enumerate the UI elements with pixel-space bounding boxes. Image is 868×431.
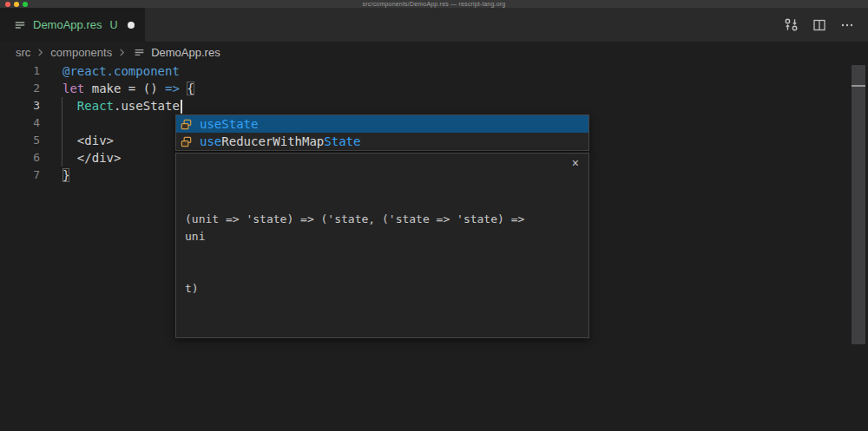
- vscode-window: src/components/DemoApp.res — rescript-la…: [0, 0, 868, 431]
- field-icon: [180, 118, 194, 131]
- suggest-widget: useStateuseReducerWithMapState: [175, 114, 589, 151]
- split-editor-icon[interactable]: [812, 18, 826, 32]
- file-list-icon: [134, 47, 145, 58]
- line-number: 1: [0, 62, 40, 80]
- doc-signature-line: (unit => 'state) => ('state, ('state => …: [185, 211, 550, 245]
- code-line[interactable]: 2let make = () => {: [0, 80, 868, 97]
- editor-actions-toolbar: [784, 8, 868, 42]
- tab-label: DemoApp.res: [33, 18, 102, 31]
- field-icon: [180, 135, 194, 148]
- line-number: 3: [0, 97, 40, 114]
- modified-indicator[interactable]: [128, 22, 135, 29]
- suggest-label: useState: [200, 117, 258, 131]
- code-text: <div>: [62, 132, 114, 149]
- chevron-right-icon: [118, 49, 126, 56]
- tab-demoapp[interactable]: DemoApp.res U: [0, 8, 145, 42]
- file-list-icon: [14, 19, 26, 31]
- more-actions-icon[interactable]: [840, 18, 854, 32]
- close-icon[interactable]: ×: [572, 157, 579, 169]
- breadcrumb-file[interactable]: DemoApp.res: [151, 46, 220, 59]
- overview-ruler-cursor-mark: [852, 85, 865, 87]
- text-cursor: [181, 100, 182, 114]
- line-number: 6: [0, 149, 40, 167]
- code-text: @react.component: [62, 62, 180, 80]
- suggest-doc-panel: × (unit => 'state) => ('state, ('state =…: [175, 153, 589, 338]
- code-text: </div>: [62, 149, 121, 167]
- code-text: }: [62, 167, 69, 184]
- doc-signature-line: t): [185, 280, 550, 297]
- suggest-item[interactable]: useState: [176, 115, 589, 133]
- breadcrumb: src components DemoApp.res: [0, 42, 868, 62]
- chevron-right-icon: [36, 49, 44, 56]
- code-text: React.useState: [62, 97, 182, 114]
- code-editor[interactable]: 1@react.component2let make = () => {3 Re…: [0, 62, 868, 431]
- line-number: 7: [0, 167, 40, 184]
- suggest-item[interactable]: useReducerWithMapState: [176, 133, 589, 150]
- bracket-pair-guide: [62, 97, 62, 167]
- titlebar: src/components/DemoApp.res — rescript-la…: [0, 0, 868, 8]
- code-line[interactable]: 3 React.useState: [0, 97, 868, 114]
- breadcrumb-components[interactable]: components: [50, 46, 112, 59]
- suggest-label: useReducerWithMapState: [200, 134, 360, 148]
- window-title: src/components/DemoApp.res — rescript-la…: [0, 0, 868, 8]
- breadcrumb-src[interactable]: src: [16, 46, 30, 59]
- open-changes-icon[interactable]: [784, 17, 799, 32]
- line-number: 5: [0, 132, 40, 149]
- line-number: 4: [0, 114, 40, 132]
- code-text: let make = () => {: [62, 80, 194, 97]
- line-number: 2: [0, 80, 40, 97]
- git-untracked-badge: U: [109, 19, 117, 31]
- code-line[interactable]: 1@react.component: [0, 62, 868, 80]
- tab-bar: DemoApp.res U: [0, 8, 868, 42]
- vertical-scrollbar[interactable]: [852, 65, 865, 344]
